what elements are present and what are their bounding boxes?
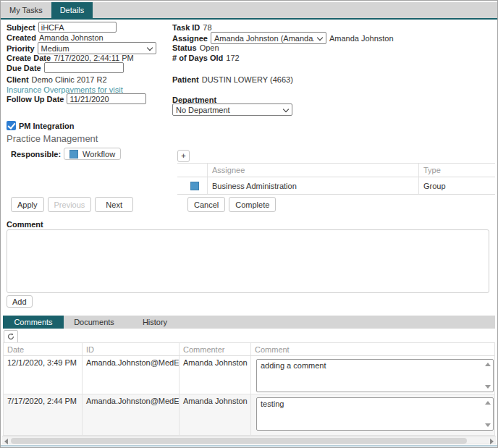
id-column-header: ID xyxy=(83,343,180,355)
comment-column-header: Comment xyxy=(251,343,494,355)
comment-text-box[interactable]: testing xyxy=(256,397,494,431)
scroll-up-icon[interactable] xyxy=(485,401,491,405)
days-old-row: # of Days Old 172 xyxy=(172,54,240,62)
workflow-status-square-icon xyxy=(69,150,78,159)
assignee-row: Assignee Amanda Johnston (Amanda.Johnsto… xyxy=(172,32,394,44)
follow-up-row: Follow Up Date xyxy=(7,93,146,104)
due-date-label: Due Date xyxy=(7,64,41,72)
refresh-icon xyxy=(7,333,14,340)
id-cell: Amanda.Johnston@MedEvolve.com xyxy=(83,394,180,435)
assignee-label: Assignee xyxy=(172,34,208,43)
patient-value: DUSTIN LOWERY (4663) xyxy=(202,75,293,84)
type-column-header: Type xyxy=(419,164,495,177)
comments-table: Date ID Commenter Comment 12/1/2020, 3:4… xyxy=(3,342,495,436)
status-value: Open xyxy=(200,43,219,52)
assignee-table-row[interactable]: Business Administration Group xyxy=(177,177,495,195)
pm-integration-row: PM Integration xyxy=(7,121,74,130)
tab-documents[interactable]: Documents xyxy=(64,316,124,329)
refresh-button[interactable] xyxy=(4,330,18,343)
created-value: Amanda Johnston xyxy=(39,33,104,42)
id-cell: Amanda.Johnston@MedEvolve.com xyxy=(83,356,180,394)
task-id-label: Task ID xyxy=(172,23,200,32)
create-date-label: Create Date xyxy=(7,54,51,62)
scroll-up-icon[interactable] xyxy=(485,363,491,366)
task-id-value: 78 xyxy=(203,23,211,32)
comments-table-header: Date ID Commenter Comment xyxy=(4,343,494,356)
comment-text-box[interactable]: adding a comment xyxy=(256,359,494,392)
date-cell: 7/17/2020, 2:44 PM xyxy=(4,394,83,435)
main-tab-bar: My Tasks Details xyxy=(1,2,497,20)
assignee-display-name: Amanda Johnston xyxy=(329,34,394,43)
follow-up-input[interactable] xyxy=(67,93,146,104)
next-button[interactable]: Next xyxy=(95,197,133,212)
comment-text: adding a comment xyxy=(261,361,326,370)
window-bottom-edge xyxy=(1,445,497,448)
patient-label: Patient xyxy=(172,75,199,84)
chevron-down-icon xyxy=(317,34,323,40)
workflow-button[interactable]: Workflow xyxy=(64,148,121,160)
responsible-row: Responsible: Workflow xyxy=(11,148,121,160)
priority-select[interactable]: Medium xyxy=(38,42,156,54)
checkmark-icon xyxy=(7,121,15,130)
priority-row: Priority Medium xyxy=(7,42,156,54)
scroll-right-icon[interactable] xyxy=(490,439,494,444)
created-label: Created xyxy=(7,33,36,42)
tab-details[interactable]: Details xyxy=(51,2,93,18)
history-tab-bar: Comments Documents History xyxy=(3,316,495,329)
days-old-label: # of Days Old xyxy=(172,54,223,62)
commenter-cell: Amanda Johnston xyxy=(180,356,251,394)
scroll-down-icon[interactable] xyxy=(485,385,491,389)
comment-text: testing xyxy=(261,400,284,408)
pm-integration-checkbox[interactable] xyxy=(7,121,16,130)
nav-buttons-row: Apply Previous Next xyxy=(11,197,133,212)
add-assignee-button[interactable]: + xyxy=(177,150,190,162)
assignee-selected-value: Amanda Johnston (Amanda.Johnston@M xyxy=(214,34,314,43)
complete-button[interactable]: Complete xyxy=(229,197,276,212)
follow-up-label: Follow Up Date xyxy=(7,95,64,103)
priority-selected-value: Medium xyxy=(41,44,144,53)
date-cell: 12/1/2020, 3:49 PM xyxy=(4,356,83,394)
assignee-table: Assignee Type Business Administration Gr… xyxy=(177,163,495,195)
assignee-table-header: Assignee Type xyxy=(177,164,495,177)
assignee-column-header: Assignee xyxy=(208,164,419,177)
subject-input[interactable] xyxy=(38,22,117,33)
type-cell: Group xyxy=(419,177,495,194)
previous-button[interactable]: Previous xyxy=(48,197,92,212)
add-comment-button[interactable]: Add xyxy=(7,295,33,308)
subject-row: Subject xyxy=(7,22,117,33)
days-old-value: 172 xyxy=(226,54,239,62)
comment-input[interactable] xyxy=(7,229,489,293)
client-label: Client xyxy=(7,75,29,84)
cancel-button[interactable]: Cancel xyxy=(187,197,225,212)
commenter-column-header: Commenter xyxy=(180,343,251,355)
department-selected-value: No Department xyxy=(176,106,280,114)
comment-row[interactable]: 12/1/2020, 3:49 PM Amanda.Johnston@MedEv… xyxy=(4,356,494,394)
due-date-row: Due Date xyxy=(7,62,124,73)
task-id-row: Task ID 78 xyxy=(172,23,212,32)
subject-label: Subject xyxy=(7,23,35,32)
date-column-header: Date xyxy=(4,343,83,355)
tab-comments[interactable]: Comments xyxy=(3,316,64,329)
tab-my-tasks[interactable]: My Tasks xyxy=(1,2,51,18)
row-select-cell xyxy=(177,177,208,194)
department-row: No Department xyxy=(172,103,292,116)
status-label: Status xyxy=(172,43,197,52)
scroll-left-icon[interactable] xyxy=(4,439,8,444)
row-select-square-icon[interactable] xyxy=(190,182,199,190)
chevron-down-icon xyxy=(146,44,152,50)
comment-row[interactable]: 7/17/2020, 2:44 PM Amanda.Johnston@MedEv… xyxy=(4,394,494,435)
chevron-down-icon xyxy=(283,106,289,111)
department-select[interactable]: No Department xyxy=(172,103,292,116)
scroll-down-icon[interactable] xyxy=(485,423,491,427)
client-value: Demo Clinic 2017 R2 xyxy=(32,75,107,84)
apply-button[interactable]: Apply xyxy=(11,197,44,212)
due-date-input[interactable] xyxy=(44,62,124,73)
comment-cell: adding a comment xyxy=(251,356,494,394)
tab-history[interactable]: History xyxy=(124,316,185,329)
create-date-value: 7/17/2020, 2:44:11 PM xyxy=(54,54,134,62)
assignee-select[interactable]: Amanda Johnston (Amanda.Johnston@M xyxy=(211,32,326,44)
scrollbar-thumb[interactable] xyxy=(11,438,467,444)
horizontal-scrollbar[interactable] xyxy=(2,436,496,444)
status-row: Status Open xyxy=(172,43,219,52)
assignee-table-select-column xyxy=(177,164,208,177)
